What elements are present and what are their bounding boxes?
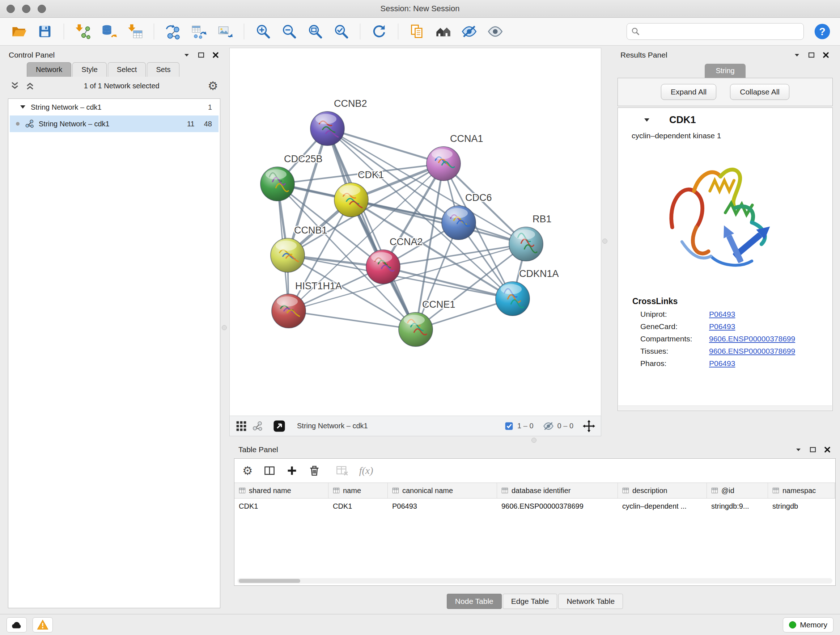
right-splitter-handle[interactable]	[602, 239, 607, 244]
zoom-selected-icon[interactable]	[330, 21, 352, 42]
section-caret-icon[interactable]	[643, 117, 651, 124]
toolbar-separator	[154, 24, 154, 40]
tab-node-table[interactable]: Node Table	[447, 594, 502, 609]
zoom-out-icon[interactable]	[278, 21, 300, 42]
network-view-toolbar: String Network – cdk1 1 – 0 0 – 0	[230, 416, 601, 436]
tab-network-table[interactable]: Network Table	[558, 594, 623, 609]
new-network-icon[interactable]	[162, 21, 184, 42]
table-panel-close-icon[interactable]	[823, 446, 831, 454]
import-network-icon[interactable]	[72, 21, 94, 42]
control-panel-collapse-icon[interactable]	[183, 51, 191, 59]
results-panel-float-icon[interactable]	[807, 51, 815, 59]
network-edge[interactable]	[351, 200, 526, 244]
table-cell[interactable]: stringdb	[768, 499, 835, 514]
node-CCNB1[interactable]: CCNB1	[271, 225, 327, 272]
control-panel-float-icon[interactable]	[197, 51, 205, 59]
import-table-icon[interactable]	[124, 21, 146, 42]
scrollbar-thumb[interactable]	[239, 579, 300, 583]
cloud-icon[interactable]	[6, 617, 27, 632]
table-settings-gear-icon[interactable]: ⚙	[242, 465, 253, 477]
expand-all-networks-icon[interactable]	[10, 81, 20, 91]
tab-sets[interactable]: Sets	[147, 62, 180, 77]
control-panel-close-icon[interactable]	[212, 51, 219, 59]
bottom-splitter-handle[interactable]	[531, 438, 537, 443]
delete-table-icon-disabled	[336, 464, 348, 477]
crosslink-link[interactable]: P06493	[709, 359, 735, 368]
table-horizontal-scrollbar[interactable]	[237, 578, 832, 584]
network-row-selected[interactable]: String Network – cdk1 11 48	[10, 116, 218, 132]
network-canvas[interactable]: CCNB2 CCNA1 CDC25B CDK1 CDC6 RB1	[230, 48, 601, 416]
refresh-layout-icon[interactable]	[368, 21, 390, 42]
column-header-namespac[interactable]: namespac	[768, 483, 835, 498]
network-edge[interactable]	[289, 311, 416, 329]
clipboard-documents-icon[interactable]	[406, 21, 428, 42]
table-panel-float-icon[interactable]	[809, 446, 817, 454]
show-graphics-icon[interactable]	[485, 21, 506, 42]
import-table-database-icon[interactable]	[98, 21, 120, 42]
results-panel-collapse-icon[interactable]	[793, 51, 801, 59]
results-scrollbar[interactable]	[618, 405, 832, 410]
birdseye-view-button[interactable]	[273, 420, 286, 432]
hide-graphics-icon[interactable]	[458, 21, 480, 42]
open-session-icon[interactable]	[8, 21, 30, 42]
warning-icon[interactable]	[33, 617, 53, 632]
node-HIST1H1A[interactable]: HIST1H1A	[272, 280, 342, 328]
save-session-icon[interactable]	[34, 21, 56, 42]
table-cell[interactable]: P06493	[388, 499, 497, 514]
network-from-table-icon[interactable]	[188, 21, 210, 42]
collapse-all-button[interactable]: Collapse All	[730, 84, 789, 100]
memory-button[interactable]: Memory	[783, 617, 834, 632]
tree-expander-icon[interactable]	[19, 103, 27, 111]
function-builder-icon[interactable]: f(x)	[359, 465, 373, 477]
table-cell[interactable]: stringdb:9...	[707, 499, 768, 514]
tab-string[interactable]: String	[705, 64, 745, 78]
crosslink-link[interactable]: P06493	[709, 310, 735, 318]
column-header-description[interactable]: description	[618, 483, 707, 498]
column-type-icon	[333, 488, 340, 494]
zoom-fit-icon[interactable]	[304, 21, 326, 42]
crosslink-row: Tissues:9606.ENSP00000378699	[618, 343, 832, 356]
left-splitter-handle[interactable]	[222, 325, 227, 330]
table-cell[interactable]: CDK1	[234, 499, 328, 514]
column-header-canonical-name[interactable]: canonical name	[388, 483, 497, 498]
pan-crosshair-icon[interactable]	[583, 420, 595, 432]
table-panel-collapse-icon[interactable]	[794, 446, 802, 454]
node-CCNE1[interactable]: CCNE1	[399, 299, 455, 347]
zoom-in-icon[interactable]	[252, 21, 274, 42]
protein-details-card: CDK1 cyclin–dependent kinase 1	[617, 108, 833, 411]
column-header-name[interactable]: name	[328, 483, 388, 498]
network-share-icon[interactable]	[252, 421, 263, 432]
export-image-icon[interactable]	[214, 21, 236, 42]
column-header-shared-name[interactable]: shared name	[234, 483, 328, 498]
tab-style[interactable]: Style	[73, 62, 106, 77]
network-collection-row[interactable]: String Network – cdk1 1	[8, 99, 220, 116]
search-input[interactable]	[643, 27, 799, 36]
houses-icon[interactable]	[432, 21, 454, 42]
crosslink-link[interactable]: P06493	[709, 322, 735, 331]
column-header-database-identifier[interactable]: database identifier	[497, 483, 618, 498]
collapse-all-networks-icon[interactable]	[25, 81, 35, 91]
results-panel-close-icon[interactable]	[822, 51, 830, 59]
tab-network[interactable]: Network	[27, 62, 71, 77]
column-header--id[interactable]: @id	[707, 483, 768, 498]
delete-column-icon[interactable]	[309, 465, 320, 477]
network-edge[interactable]	[327, 128, 444, 164]
network-edge[interactable]	[327, 128, 416, 329]
table-cell[interactable]: 9606.ENSP00000378699	[497, 499, 618, 514]
help-button[interactable]: ?	[813, 22, 832, 41]
show-columns-icon[interactable]	[264, 465, 275, 477]
expand-all-button[interactable]: Expand All	[661, 84, 716, 100]
node-CCNA1[interactable]: CCNA1	[426, 133, 483, 181]
node-RB1[interactable]: RB1	[509, 214, 552, 261]
grid-view-icon[interactable]	[235, 420, 247, 432]
add-column-icon[interactable]	[286, 465, 298, 477]
network-options-gear-icon[interactable]: ⚙	[208, 80, 218, 92]
table-cell[interactable]: CDK1	[328, 499, 388, 514]
table-row[interactable]: CDK1CDK1P064939606.ENSP00000378699cyclin…	[234, 499, 835, 514]
crosslink-link[interactable]: 9606.ENSP00000378699	[709, 334, 795, 343]
tab-select[interactable]: Select	[108, 62, 146, 77]
table-cell[interactable]: cyclin–dependent ...	[618, 499, 707, 514]
tab-edge-table[interactable]: Edge Table	[503, 594, 557, 609]
crosslink-link[interactable]: 9606.ENSP00000378699	[709, 347, 795, 356]
node-CDKN1A[interactable]: CDKN1A	[496, 268, 559, 316]
